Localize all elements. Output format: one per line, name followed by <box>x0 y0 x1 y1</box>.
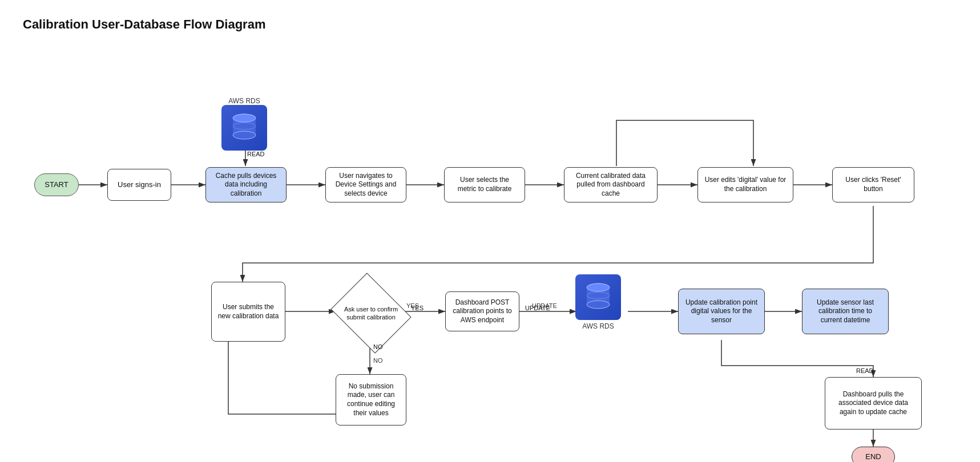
no-label: NO <box>373 343 383 350</box>
submit-calibration-node: User submits the new calibration data <box>211 282 285 342</box>
page-title: Calibration User-Database Flow Diagram <box>23 17 957 32</box>
svg-point-18 <box>233 131 256 139</box>
ask-confirm-node: Ask user to confirm submit calibration <box>337 285 405 342</box>
svg-point-25 <box>587 283 610 291</box>
read-bottom-label: READ <box>856 367 874 374</box>
start-node: START <box>34 173 79 196</box>
aws-rds-top: AWS RDS <box>221 95 267 151</box>
cache-pull-node: Cache pulls devices data including calib… <box>205 167 287 202</box>
yes-label: YES <box>411 305 424 311</box>
update-calib-point-node: Update calibration point digital values … <box>678 289 765 334</box>
end-node: END <box>852 447 895 462</box>
update-sensor-time-node: Update sensor last calibration time to c… <box>802 289 889 334</box>
svg-point-23 <box>587 301 610 309</box>
select-metric-node: User selects the metric to calibrate <box>444 167 525 202</box>
dashboard-pulls-node: Dashboard pulls the associated device da… <box>825 377 922 429</box>
no-label: NO <box>373 357 383 364</box>
svg-point-20 <box>233 114 256 122</box>
reset-button-node: User clicks 'Reset' button <box>832 167 914 202</box>
no-submission-node: No submission made, user can continue ed… <box>336 374 406 425</box>
navigate-node: User navigates to Device Settings and se… <box>325 167 406 202</box>
aws-rds-bottom: AWS RDS <box>575 274 621 330</box>
read-top-label: READ <box>247 151 265 157</box>
update-label: UPDATE <box>525 305 550 311</box>
sign-in-node: User signs-in <box>107 169 171 201</box>
current-calibrated-node: Current calibrated data pulled from dash… <box>564 167 658 202</box>
edit-digital-node: User edits 'digital' value for the calib… <box>697 167 793 202</box>
dashboard-post-node: Dashboard POST calibration points to AWS… <box>445 291 519 331</box>
